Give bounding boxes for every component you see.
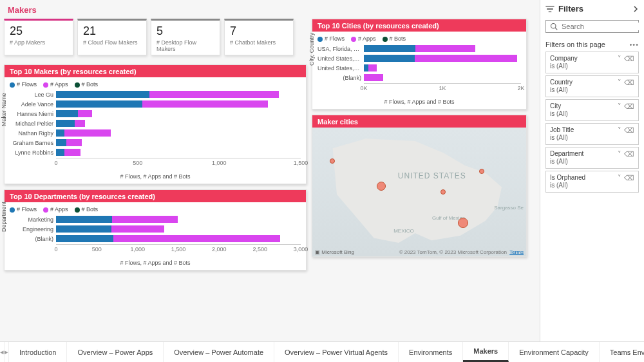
clear-filter-icon[interactable]: ⌫ <box>624 150 634 158</box>
chart-title: Top 10 Departments (by resources created… <box>5 190 306 202</box>
filter-card[interactable]: ˅⌫Countryis (All) <box>545 75 639 97</box>
bar-category-label: United States, Ne... <box>317 65 364 71</box>
tabs-next-button[interactable]: ▸ <box>5 342 9 362</box>
x-axis-label: # Flows, # Apps and # Bots <box>10 173 301 180</box>
page-tabs: ◂ ▸ IntroductionOverview – Power AppsOve… <box>0 341 644 362</box>
axis-tick: 0K <box>360 85 367 91</box>
bar-row[interactable]: (Blank) <box>10 234 301 243</box>
bar-row[interactable]: United States, Ne... <box>317 64 521 72</box>
chart-top-departments[interactable]: Top 10 Departments (by resources created… <box>4 189 307 271</box>
chart-title: Maker cities <box>312 115 526 128</box>
chart-legend: # Flows # Apps # Bots <box>5 77 306 89</box>
map-canvas[interactable]: UNITED STATES Gulf of Mexico MEXICO Sarg… <box>312 128 526 256</box>
bar-category-label: Adele Vance <box>10 101 56 108</box>
chart-maker-cities-map[interactable]: Maker cities UNITED STATES Gulf of Mexic… <box>312 115 527 257</box>
filter-field-value: is (All) <box>550 86 634 93</box>
bar-row[interactable]: Graham Barnes <box>10 138 301 147</box>
bar-category-label: (Blank) <box>10 236 56 242</box>
clear-filter-icon[interactable]: ⌫ <box>624 79 634 87</box>
axis-tick: 500 <box>133 160 142 166</box>
collapse-pane-icon[interactable] <box>632 6 639 12</box>
map-terms-link[interactable]: Terms <box>509 249 524 255</box>
search-icon <box>550 23 558 30</box>
more-icon[interactable]: ••• <box>629 41 639 48</box>
page-tab[interactable]: Environment Capacity <box>509 342 600 362</box>
map-marker[interactable] <box>330 158 335 164</box>
axis-tick: 0 <box>54 246 57 252</box>
kpi-card[interactable]: 25# App Makers <box>4 19 73 55</box>
bar-row[interactable]: (Blank) <box>317 73 521 82</box>
page-tab[interactable]: Overview – Power Apps <box>67 342 164 362</box>
map-marker[interactable] <box>458 218 468 228</box>
axis-tick: 1K <box>439 85 446 91</box>
bar-row[interactable]: Lynne Robbins <box>10 148 301 157</box>
filter-card[interactable]: ˅⌫Companyis (All) <box>545 52 639 73</box>
bar-row[interactable]: Michael Peltier <box>10 119 301 128</box>
bar-category-label: Nathan Rigby <box>10 130 56 137</box>
y-axis-label: Department <box>1 201 7 231</box>
kpi-card[interactable]: 7# Chatbot Makers <box>224 19 294 55</box>
clear-filter-icon[interactable]: ⌫ <box>624 126 634 135</box>
axis-tick: 1,500 <box>171 246 186 252</box>
chevron-down-icon[interactable]: ˅ <box>618 150 621 158</box>
kpi-card[interactable]: 5# Desktop Flow Makers <box>151 19 220 55</box>
bar-row[interactable]: Nathan Rigby <box>10 129 301 137</box>
kpi-value: 25 <box>10 24 68 38</box>
bar-row[interactable]: Hannes Niemi <box>10 110 301 118</box>
clear-filter-icon[interactable]: ⌫ <box>624 102 634 111</box>
clear-filter-icon[interactable]: ⌫ <box>624 174 634 182</box>
bar-row[interactable]: United States, Uta... <box>317 54 521 62</box>
bar-category-label: Graham Barnes <box>10 140 56 146</box>
axis-tick: 1,000 <box>212 160 227 166</box>
chart-title: Top 10 Cities (by resources created) <box>312 19 526 32</box>
filters-search[interactable] <box>545 20 639 33</box>
filter-field-value: is (All) <box>550 62 634 70</box>
filters-pane: Filters Filters on this page ••• ˅⌫Compa… <box>540 0 644 341</box>
axis-tick: 0 <box>54 160 57 166</box>
page-tab[interactable]: Teams Environments <box>600 342 644 362</box>
bar-row[interactable]: Lee Gu <box>10 90 301 99</box>
bar-row[interactable]: Engineering <box>10 225 301 233</box>
page-tab[interactable]: Introduction <box>9 342 67 362</box>
kpi-card[interactable]: 21# Cloud Flow Makers <box>77 19 147 55</box>
bar-category-label: Marketing <box>10 216 56 223</box>
chart-top-makers[interactable]: Top 10 Makers (by resources created) # F… <box>4 64 307 184</box>
bar-row[interactable]: Adele Vance <box>10 100 301 108</box>
chevron-down-icon[interactable]: ˅ <box>618 102 621 111</box>
axis-tick: 3,000 <box>294 246 308 252</box>
filter-card[interactable]: ˅⌫Cityis (All) <box>545 99 639 121</box>
chevron-down-icon[interactable]: ˅ <box>618 174 621 182</box>
filters-section-title: Filters on this page <box>545 41 605 48</box>
bar-row[interactable]: USA, Florida, Miami <box>317 44 521 53</box>
kpi-label: # Cloud Flow Makers <box>83 39 141 46</box>
svg-point-0 <box>551 24 556 29</box>
axis-tick: 1,500 <box>294 160 308 166</box>
axis-tick: 1,000 <box>130 246 145 252</box>
bar-row[interactable]: Marketing <box>10 215 301 224</box>
y-axis-label: Maker Name <box>1 93 7 126</box>
page-tab[interactable]: Environments <box>399 342 463 362</box>
page-tab[interactable]: Overview – Power Virtual Agents <box>274 342 399 362</box>
bar-category-label: USA, Florida, Miami <box>317 46 364 52</box>
page-tab[interactable]: Makers <box>463 342 509 362</box>
chart-top-cities[interactable]: Top 10 Cities (by resources created) # F… <box>312 19 527 110</box>
bar-category-label: (Blank) <box>317 75 364 81</box>
filters-title: Filters <box>558 4 583 14</box>
page-tab[interactable]: Overview – Power Automate <box>164 342 274 362</box>
axis-tick: 2K <box>517 85 524 91</box>
filters-search-input[interactable] <box>562 23 644 30</box>
tabs-prev-button[interactable]: ◂ <box>0 342 5 362</box>
filter-card[interactable]: ˅⌫Is Orphanedis (All) <box>545 171 639 193</box>
clear-filter-icon[interactable]: ⌫ <box>624 55 634 63</box>
filter-card[interactable]: ˅⌫Job Titleis (All) <box>545 123 639 145</box>
axis-tick: 500 <box>92 246 102 252</box>
bar-category-label: Hannes Niemi <box>10 111 56 117</box>
map-marker[interactable] <box>479 169 484 174</box>
chevron-down-icon[interactable]: ˅ <box>618 79 621 87</box>
filter-field-value: is (All) <box>550 158 634 165</box>
bar-category-label: Lee Gu <box>10 91 56 98</box>
map-marker[interactable] <box>377 182 386 191</box>
chevron-down-icon[interactable]: ˅ <box>618 126 621 135</box>
filter-card[interactable]: ˅⌫Departmentis (All) <box>545 147 639 169</box>
chevron-down-icon[interactable]: ˅ <box>618 55 621 63</box>
